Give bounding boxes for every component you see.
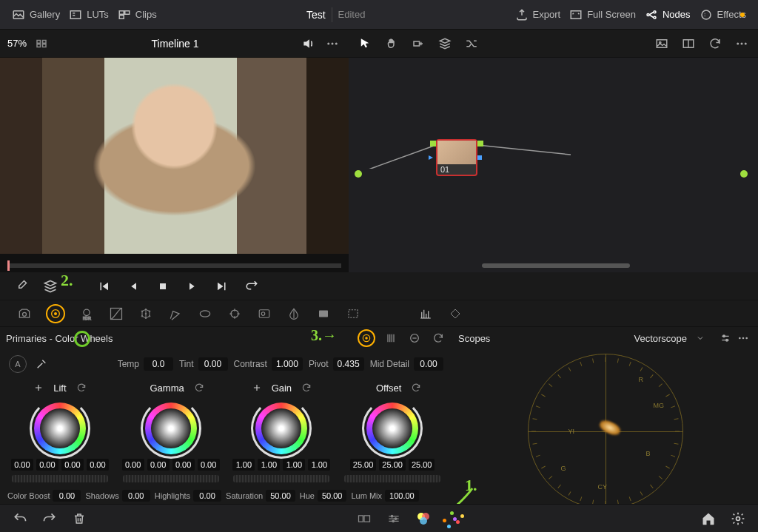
param-contrast[interactable]: Contrast1.000 bbox=[234, 357, 303, 371]
trash-icon[interactable] bbox=[70, 509, 89, 528]
node-scrollbar[interactable] bbox=[482, 263, 630, 268]
go-start-icon[interactable] bbox=[93, 276, 114, 297]
key-icon[interactable] bbox=[315, 306, 332, 322]
gamma-reset-icon[interactable] bbox=[190, 379, 208, 397]
eyedropper-icon[interactable] bbox=[10, 276, 31, 297]
tracker-icon[interactable] bbox=[227, 306, 243, 322]
param-saturation[interactable]: Saturation50.00 bbox=[226, 490, 295, 502]
param-temp[interactable]: Temp0.0 bbox=[118, 357, 173, 371]
pointer-tool-icon[interactable] bbox=[356, 35, 374, 53]
cut-page-icon[interactable] bbox=[355, 509, 374, 528]
lift-reset-icon[interactable] bbox=[73, 379, 90, 397]
home-icon[interactable] bbox=[699, 509, 718, 528]
timeline-name[interactable]: Timeline 1 bbox=[56, 38, 294, 50]
export-button[interactable]: Export bbox=[511, 8, 566, 21]
contrast-value[interactable]: 1.000 bbox=[272, 357, 303, 371]
undo-icon[interactable] bbox=[10, 509, 30, 528]
vectorscope-canvas[interactable]: R YI G CY B MG bbox=[528, 354, 683, 509]
scopes-mode[interactable]: Vectorscope bbox=[634, 333, 687, 344]
play-icon[interactable] bbox=[182, 276, 203, 297]
offset-wheel[interactable] bbox=[366, 403, 418, 454]
reset-panel-icon[interactable] bbox=[430, 330, 446, 346]
auto-balance-icon[interactable]: A bbox=[9, 355, 27, 373]
window-icon[interactable] bbox=[197, 306, 213, 322]
color-page-icon[interactable] bbox=[414, 509, 433, 528]
graph-output-dot[interactable] bbox=[740, 170, 748, 178]
loop-icon[interactable] bbox=[241, 276, 262, 297]
temp-value[interactable]: 0.0 bbox=[144, 357, 173, 371]
offset-y-wheel[interactable] bbox=[344, 475, 440, 482]
split-view-icon[interactable] bbox=[680, 35, 697, 53]
image-mode-icon[interactable] bbox=[653, 35, 671, 53]
gain-reset-icon[interactable] bbox=[298, 379, 315, 397]
scopes-menu-icon[interactable] bbox=[734, 329, 752, 347]
offset-values[interactable]: 25.0025.0025.00 bbox=[337, 459, 448, 471]
viewer-options-icon[interactable] bbox=[323, 35, 341, 53]
qualifier-icon[interactable] bbox=[167, 306, 184, 322]
param-hue[interactable]: Hue50.00 bbox=[300, 490, 347, 502]
luts-button[interactable]: LUTs bbox=[64, 8, 113, 21]
node-01[interactable]: 01 bbox=[436, 139, 477, 176]
magic-mask-icon[interactable] bbox=[256, 306, 272, 322]
bars-mode-icon[interactable] bbox=[383, 330, 399, 346]
viewer-scrubber[interactable] bbox=[7, 263, 341, 268]
audio-icon[interactable] bbox=[300, 35, 318, 53]
gamma-wheel[interactable] bbox=[145, 403, 197, 454]
gamma-values[interactable]: 0.000.000.000.00 bbox=[115, 459, 227, 471]
chevron-down-icon[interactable] bbox=[691, 329, 709, 347]
sizing-icon[interactable] bbox=[345, 306, 361, 322]
preview-viewer[interactable] bbox=[0, 58, 349, 272]
zoom-value[interactable]: 57% bbox=[7, 38, 27, 49]
fullscreen-button[interactable]: Full Screen bbox=[565, 8, 640, 21]
node-editor[interactable]: 01 bbox=[349, 58, 758, 272]
wheels-mode-icon[interactable] bbox=[358, 329, 375, 347]
stop-icon[interactable] bbox=[152, 276, 173, 297]
param-mid-detail[interactable]: Mid Detail0.00 bbox=[370, 357, 443, 371]
lift-y-wheel[interactable] bbox=[12, 475, 108, 482]
hdr-icon[interactable]: HDR bbox=[78, 306, 95, 322]
lift-picker-icon[interactable] bbox=[30, 379, 47, 397]
gamma-y-wheel[interactable] bbox=[123, 475, 219, 482]
step-back-icon[interactable] bbox=[123, 276, 144, 297]
gain-y-wheel[interactable] bbox=[233, 475, 329, 482]
lift-wheel[interactable] bbox=[34, 403, 86, 454]
node-options-icon[interactable] bbox=[733, 35, 751, 53]
mid-detail-value[interactable]: 0.00 bbox=[414, 357, 443, 371]
color-warper-icon[interactable] bbox=[138, 306, 154, 322]
layers-icon[interactable] bbox=[40, 276, 61, 297]
clips-button[interactable]: Clips bbox=[113, 8, 161, 21]
param-tint[interactable]: Tint0.00 bbox=[179, 357, 228, 371]
hand-tool-icon[interactable] bbox=[383, 35, 400, 53]
blur-icon[interactable] bbox=[286, 306, 302, 322]
gain-values[interactable]: 1.001.001.001.00 bbox=[227, 459, 338, 471]
gain-picker-icon[interactable] bbox=[248, 379, 266, 397]
edit-page-icon[interactable] bbox=[384, 509, 403, 528]
tint-value[interactable]: 0.00 bbox=[198, 357, 228, 371]
grid-view-icon[interactable] bbox=[33, 35, 50, 53]
shuffle-icon[interactable] bbox=[463, 35, 480, 53]
gallery-button[interactable]: Gallery bbox=[7, 8, 64, 21]
gain-wheel[interactable] bbox=[255, 403, 307, 454]
scopes-settings-icon[interactable] bbox=[717, 329, 734, 347]
curves-icon[interactable] bbox=[108, 306, 124, 322]
refresh-icon[interactable] bbox=[706, 35, 724, 53]
redo-icon[interactable] bbox=[40, 509, 59, 528]
param-pivot[interactable]: Pivot0.435 bbox=[309, 357, 364, 371]
effects-button[interactable]: Effects bbox=[695, 8, 751, 21]
pick-wb-icon[interactable] bbox=[33, 355, 50, 373]
scopes-icon[interactable] bbox=[417, 306, 434, 322]
param-highlights[interactable]: Highlights0.00 bbox=[155, 490, 221, 502]
keyframe-icon[interactable] bbox=[447, 306, 463, 322]
param-colorboost[interactable]: Color Boost0.00 bbox=[7, 490, 81, 502]
lift-values[interactable]: 0.000.000.000.00 bbox=[4, 459, 115, 471]
camera-raw-icon[interactable] bbox=[16, 306, 33, 322]
node-add-icon[interactable] bbox=[409, 35, 427, 53]
settings-gear-icon[interactable] bbox=[728, 509, 748, 528]
offset-reset-icon[interactable] bbox=[407, 379, 425, 397]
go-end-icon[interactable] bbox=[212, 276, 232, 297]
graph-input-dot[interactable] bbox=[355, 170, 362, 178]
color-wheels-icon[interactable] bbox=[46, 304, 65, 323]
nodes-button[interactable]: Nodes bbox=[640, 8, 695, 21]
param-lummix[interactable]: Lum Mix100.00 bbox=[351, 490, 418, 502]
playhead[interactable] bbox=[7, 260, 10, 271]
